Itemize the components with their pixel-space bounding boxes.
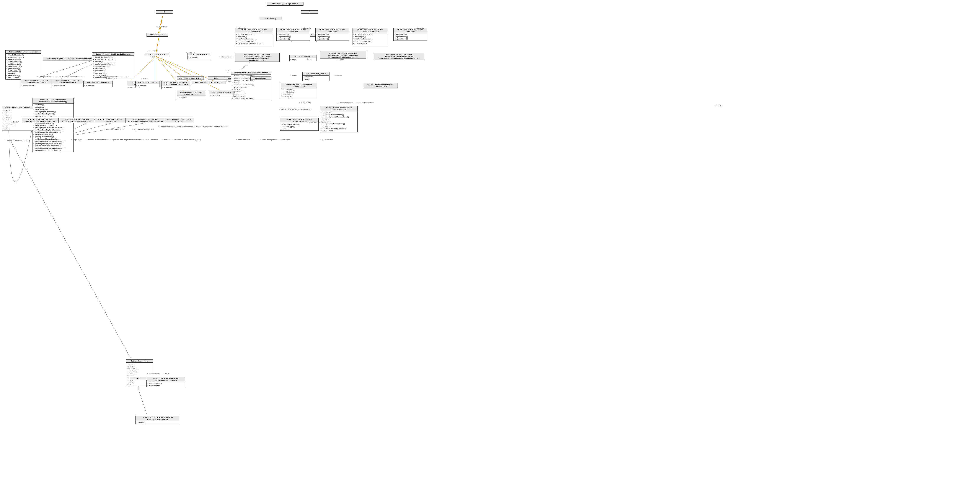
box-vector-vector-int: std::vector< std::vector< int >> [165, 118, 194, 123]
label-angles: + angles_ [333, 74, 343, 76]
label-topology: + topology [71, 139, 81, 141]
label-superflous-fragments: + superflousFragments [132, 128, 154, 130]
box-bond-order-collection-2: Scine::Utils::BondOrderCollection + Bond… [231, 71, 271, 100]
label-fullstructure: + fullStructure [44, 139, 59, 141]
box-mm-parametrization-data: Scine::MMParametrization::Parametrizatio… [146, 377, 185, 387]
label-keys-2: + keys [338, 58, 344, 60]
label-utils-bondorder: < Utils::BondOrderCollection > [97, 76, 129, 78]
label-elements-angles: + elements [301, 27, 311, 29]
box-angle-type-2: Scine::MolecularMechanics::AngleType + A… [393, 28, 427, 41]
box-bond-order-collection-main: Scine::Utils::BondOrderCollection + Bond… [92, 52, 134, 79]
label-vector-bond-orders: + vectorOfBondOrderCollections [127, 139, 158, 141]
svg-line-0 [158, 16, 162, 33]
box-map-bondtype-bondparams: std::map< Scine::MolecularMechanics::Bon… [235, 52, 280, 62]
label-double-template: < double > [106, 78, 117, 80]
svg-line-14 [139, 390, 147, 416]
label-debug: + debug + warning + error [5, 139, 31, 141]
svg-line-16 [9, 138, 139, 373]
box-vector-unique-atomcollection: std::vector< std::uniqueptr< Utils::Atom… [22, 118, 59, 123]
box-std-pair-int: std::pair< int, int > [177, 76, 204, 80]
box-forcefield: Scine::MolecularMechanics::ForceField [363, 83, 398, 88]
box-T-template: T [156, 10, 173, 14]
label-bond-orders: + bondOrders [299, 102, 311, 103]
box-std-string: std::string [259, 17, 282, 21]
label-atom-types: + atomTypes [278, 139, 290, 141]
box-vector-vector-double: std::vector< std::vector< double >> [95, 118, 125, 123]
box-std-vector-int: std::vector< int > + elements [135, 81, 160, 88]
label-elements-1: + elements [156, 25, 167, 27]
box-std-vector-pair: std::vector< std::pair< int, int > > + e… [177, 91, 206, 99]
box-test: Test [130, 377, 147, 380]
label-string-template: < std::string > [219, 56, 235, 58]
label-elements-bonds: + elements [236, 27, 246, 29]
label-vector-charges: + vectorOfChargesAndMultiplicities + vec… [158, 126, 228, 128]
label-int-template: < int > [150, 56, 158, 58]
box-std-vector-string: std::vector< std::string > [192, 81, 226, 84]
box-atom-collection: Scine::Utils::AtomCollection + AtomColle… [5, 50, 41, 80]
box-indexed-topology: Scine::MolecularMechanics::IndexedStruct… [32, 98, 74, 152]
box-bool: bool [208, 76, 225, 80]
label-atomic-charges-2: + atomicCharges [108, 128, 124, 130]
box-std-vector-double: std::vector< double > + elements [83, 81, 113, 88]
box-unique-ptr-atomcollection: std::unique_ptr< Utils::AtomCollection >… [21, 79, 52, 87]
label-ptr-3: + ptr [226, 69, 231, 71]
box-std-basic-string: std::basic_string< char > [267, 2, 304, 6]
box-std-list-int-elements: std::list< int > + elements [188, 52, 210, 59]
label-keys-1: + keys [305, 58, 312, 60]
label-utils-hessian: < Utils::HessianMatrix > [60, 76, 84, 78]
box-unique-ptr-int: std::unique_ptr< Utils::BondOrderCollect… [161, 81, 190, 89]
box-std-vector-bool: std::vector< bool > + elements [209, 91, 234, 97]
label-site-sensitive: + siteSensitive [236, 139, 251, 141]
box-map-angletype-2: std::map< Scine::MolecularMechanics::Ang… [374, 52, 425, 60]
label-int-template-2: < int > [141, 78, 148, 80]
label-parameters: + parameters [320, 139, 333, 141]
box-angle-type: Scine::MolecularMechanics::AngleType + A… [315, 28, 349, 41]
label-silent-logger: + silentLogger + data [147, 372, 169, 374]
label-elements-angleparams: + elements [357, 27, 368, 29]
box-bond-parameters: Scine::MolecularMechanics::BondParameter… [235, 28, 273, 45]
box-vector-unique-hessian: std::vector< std::uniqueptr< Utils::Hess… [60, 118, 94, 123]
box-unique-ptr-hessian: std::unique_ptr< Utils::HessianMatrix > … [52, 79, 83, 87]
label-list-neighbors: + listOfNeighbors [260, 139, 277, 141]
label-elements-2: + elements [147, 50, 158, 52]
box-std-vector-T: std::vector< T > [144, 52, 169, 56]
box-aparametrization-test: Scine::Tests::AParametrizationOfLargestS… [135, 416, 180, 424]
box-map-angletype-angleparams: < Scine::MolecularMechanics::AngleType, … [320, 52, 366, 59]
label-constrained-atoms: + constrainedAtoms + atomIndexMapping [162, 139, 201, 141]
label-bool-template: < bool > [186, 52, 195, 54]
box-bond-type: Scine::MolecularMechanics::BondType + Bo… [276, 28, 310, 41]
box-map-int-int: std::map< int, int > + elements + keys [302, 72, 329, 81]
box-vector-unique-bondorder: std::vector< std::uniqueptr< Utils::Bond… [125, 118, 165, 123]
box-angle-parameters: Scine::MolecularMechanics::AngleParamete… [352, 28, 388, 45]
label-utils-atomcollection: < Utils::AtomCollection > [37, 76, 63, 78]
label-vector-atom-types: + vectorOfAtomTypesForParameter [279, 108, 312, 110]
box-std-list-T: std::list< T > [146, 33, 168, 37]
box-atom-typemizer: Scine::MolecularMechanics::AtomTypemizer… [280, 118, 319, 131]
box-std-string-2: std::string [250, 76, 271, 80]
box-int-string: int, std::string > + keys [290, 55, 317, 61]
label-bonds: + bonds_ [290, 74, 298, 76]
label-ph-sensitive: + pHSensitiveSites [307, 121, 326, 123]
box-K-template: K [301, 10, 318, 14]
box-mm-hessian: Scine::MolecularMechanics::MMHessian + g… [281, 83, 317, 98]
label-elements-angletype2: + elements [414, 27, 424, 29]
label-formal-charges: + formalCharges + unpairedElections [338, 102, 374, 104]
box-sf-parameters: Scine::MolecularMechanics::SFParameters … [320, 106, 358, 132]
label-int-template-3: < int [716, 105, 722, 107]
